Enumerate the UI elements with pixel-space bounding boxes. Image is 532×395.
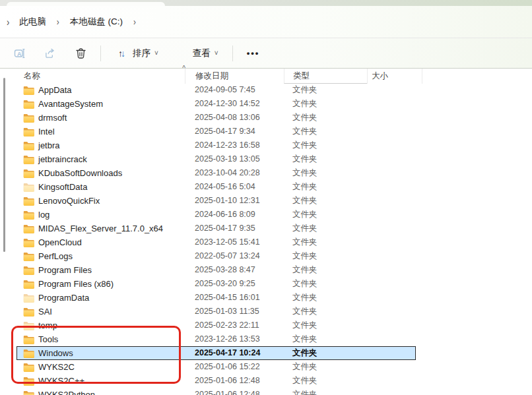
file-size-cell [367,235,416,249]
folder-icon [23,224,34,233]
breadcrumb-item-local-disk-c[interactable]: 本地磁盘 (C:) [64,13,129,31]
sort-ascending-icon: ^ [100,65,268,72]
file-size-cell [367,305,416,319]
file-type-cell: 文件夹 [284,152,367,166]
file-name-label: KDubaSoftDownloads [38,166,122,180]
file-date-cell: 2025-01-06 15:22 [185,360,284,374]
file-row[interactable]: AvantageSystem 2024-12-30 14:52 文件夹 [17,97,416,111]
file-row[interactable]: WYKS2C 2025-01-06 15:22 文件夹 [17,360,416,374]
file-name-cell: Program Files (x86) [17,277,185,291]
column-header-size[interactable]: 大小 [367,69,422,84]
breadcrumb-item-this-pc[interactable]: 此电脑 [13,13,52,31]
file-name-cell: SAI [17,305,185,319]
file-size-cell [367,374,416,388]
chevron-right-icon: › [129,16,141,28]
file-date-cell: 2025-04-08 13:06 [185,111,284,125]
file-name-label: MIDAS_Flex_Server_11.7.0_x64 [38,222,163,235]
file-row[interactable]: Program Files 2025-03-28 8:47 文件夹 [17,263,416,277]
file-name-label: jetbra [38,138,60,152]
file-size-cell [367,249,416,263]
file-name-cell: jetbraincrack [17,152,185,166]
file-row[interactable]: AppData 2024-09-05 7:45 文件夹 [17,83,416,97]
file-type-cell: 文件夹 [284,291,367,305]
left-scrollbar-thumb[interactable] [3,78,5,252]
sort-button[interactable]: ↑↓ 排序 ˅ [109,42,164,65]
see-more-button[interactable]: ••• [241,42,266,65]
file-row[interactable]: KingsoftData 2024-05-16 5:04 文件夹 [17,180,416,194]
folder-icon [23,293,34,303]
file-name-cell: Tools [17,332,185,346]
file-size-cell [367,111,416,125]
file-name-cell: Program Files [17,263,185,277]
file-row[interactable]: Intel 2025-04-17 9:34 文件夹 [17,125,416,138]
file-type-cell: 文件夹 [284,111,367,125]
view-lines-icon [177,47,188,59]
file-row[interactable]: ProgramData 2025-04-15 16:01 文件夹 [17,291,416,305]
file-date-cell: 2025-03-28 8:47 [185,263,284,277]
file-name-label: Tools [38,332,58,346]
folder-icon [23,210,34,220]
file-name-cell: OpenCloud [17,235,185,249]
file-name-label: Program Files [38,263,92,277]
file-name-cell: Windows [17,346,185,360]
breadcrumb-root-chevron-icon[interactable]: › [3,16,13,28]
file-size-cell [367,222,416,235]
file-name-cell: KDubaSoftDownloads [17,166,185,180]
file-name-label: Windows [38,346,73,360]
file-row[interactable]: PerfLogs 2022-05-07 13:24 文件夹 [17,249,416,263]
column-header-type[interactable]: 类型 [284,69,367,84]
file-name-label: SAI [38,305,52,319]
file-row[interactable]: Tools 2023-12-26 13:53 文件夹 [17,332,416,346]
file-row[interactable]: WYKS2C++ 2025-01-06 12:48 文件夹 [17,374,416,388]
file-row[interactable]: WYKS2Python 2025-01-06 12:48 文件夹 [17,388,416,395]
file-row[interactable]: OpenCloud 2023-12-05 15:41 文件夹 [17,235,416,249]
file-name-label: WYKS2C++ [38,374,84,388]
file-row[interactable]: LenovoQuickFix 2025-01-10 12:31 文件夹 [17,194,416,208]
file-row[interactable]: Windows 2025-04-17 10:24 文件夹 [17,346,416,360]
file-type-cell: 文件夹 [284,235,367,249]
file-date-cell: 2024-05-16 5:04 [185,180,284,194]
file-size-cell [367,263,416,277]
rename-button[interactable]: A [8,42,32,65]
file-name-cell: PerfLogs [17,249,185,263]
delete-button[interactable] [69,42,92,65]
file-type-cell: 文件夹 [284,277,367,291]
file-row[interactable]: jetbraincrack 2025-03-19 13:05 文件夹 [17,152,416,166]
folder-icon [23,169,34,178]
share-icon [44,47,56,59]
file-name-label: log [38,208,50,222]
file-type-cell: 文件夹 [284,249,367,263]
file-row[interactable]: Program Files (x86) 2025-03-20 9:25 文件夹 [17,277,416,291]
file-name-label: ProgramData [38,291,89,305]
file-name-cell: WYKS2C [17,360,185,374]
file-row[interactable]: MIDAS_Flex_Server_11.7.0_x64 2025-04-17 … [17,222,416,235]
file-size-cell [367,97,416,111]
folder-icon [23,390,34,395]
toolbar-divider [232,46,233,61]
file-size-cell [367,83,416,97]
file-type-cell: 文件夹 [284,388,367,395]
file-row[interactable]: SAI 2025-01-03 11:35 文件夹 [17,305,416,319]
file-date-cell: 2025-02-23 22:11 [185,319,284,332]
folder-icon [23,377,34,386]
view-button[interactable]: 查看 ˅ [171,42,224,65]
folder-icon [23,335,34,344]
file-name-cell: KingsoftData [17,180,185,194]
file-size-cell [367,152,416,166]
file-name-label: WYKS2Python [38,388,95,395]
file-row[interactable]: KDubaSoftDownloads 2023-10-04 20:28 文件夹 [17,166,416,180]
file-date-cell: 2025-01-10 12:31 [185,194,284,208]
file-date-cell: 2023-12-05 15:41 [185,235,284,249]
folder-icon [23,155,34,164]
file-row[interactable]: temp 2025-02-23 22:11 文件夹 [17,319,416,332]
file-row[interactable]: drmsoft 2025-04-08 13:06 文件夹 [17,111,416,125]
file-row[interactable]: log 2024-06-16 8:09 文件夹 [17,208,416,222]
column-header-row: ^ 名称 修改日期 类型 大小 [17,69,488,84]
chevron-down-icon: ˅ [154,49,158,57]
file-date-cell: 2025-04-17 9:35 [185,222,284,235]
share-button[interactable] [38,42,62,65]
folder-icon [23,238,34,247]
file-name-label: drmsoft [38,111,67,125]
file-date-cell: 2025-04-17 10:24 [185,346,284,360]
file-row[interactable]: jetbra 2024-12-23 16:58 文件夹 [17,138,416,152]
